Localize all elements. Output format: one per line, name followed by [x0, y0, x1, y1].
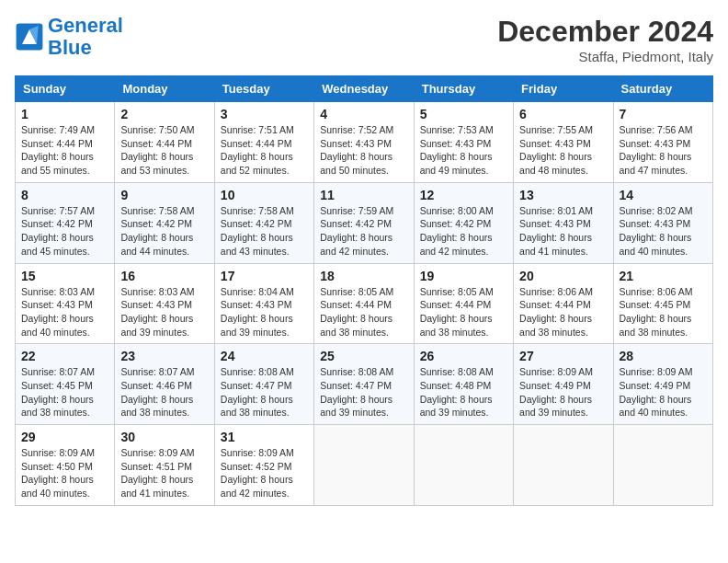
day-info: Sunrise: 8:09 AMSunset: 4:52 PMDaylight:…: [221, 446, 308, 500]
day-cell-26: 26Sunrise: 8:08 AMSunset: 4:48 PMDayligh…: [414, 344, 513, 425]
day-number: 12: [420, 188, 507, 202]
weekday-wednesday: Wednesday: [314, 76, 414, 102]
day-cell-18: 18Sunrise: 8:05 AMSunset: 4:44 PMDayligh…: [314, 263, 414, 344]
day-cell-25: 25Sunrise: 8:08 AMSunset: 4:47 PMDayligh…: [314, 344, 414, 425]
day-info: Sunrise: 7:55 AMSunset: 4:43 PMDaylight:…: [519, 123, 607, 178]
day-number: 28: [620, 349, 707, 363]
empty-cell: [514, 425, 613, 506]
day-info: Sunrise: 7:58 AMSunset: 4:42 PMDaylight:…: [120, 204, 208, 259]
week-row-4: 22Sunrise: 8:07 AMSunset: 4:45 PMDayligh…: [16, 344, 713, 425]
day-number: 27: [519, 349, 607, 363]
day-info: Sunrise: 8:09 AMSunset: 4:50 PMDaylight:…: [21, 446, 108, 500]
day-number: 24: [221, 349, 308, 363]
day-cell-15: 15Sunrise: 8:03 AMSunset: 4:43 PMDayligh…: [16, 263, 115, 344]
week-row-3: 15Sunrise: 8:03 AMSunset: 4:43 PMDayligh…: [16, 263, 713, 344]
day-info: Sunrise: 8:04 AMSunset: 4:43 PMDaylight:…: [221, 285, 308, 339]
day-info: Sunrise: 8:08 AMSunset: 4:47 PMDaylight:…: [221, 365, 308, 419]
day-number: 2: [120, 107, 208, 121]
day-number: 4: [320, 107, 407, 121]
day-cell-29: 29Sunrise: 8:09 AMSunset: 4:50 PMDayligh…: [16, 425, 115, 506]
day-info: Sunrise: 8:07 AMSunset: 4:46 PMDaylight:…: [120, 365, 208, 419]
day-info: Sunrise: 7:57 AMSunset: 4:42 PMDaylight:…: [21, 204, 108, 259]
day-cell-30: 30Sunrise: 8:09 AMSunset: 4:51 PMDayligh…: [115, 425, 214, 506]
day-info: Sunrise: 8:08 AMSunset: 4:48 PMDaylight:…: [420, 365, 507, 419]
weekday-tuesday: Tuesday: [214, 76, 313, 102]
day-number: 31: [221, 430, 308, 444]
day-number: 29: [21, 430, 108, 444]
day-number: 5: [420, 107, 507, 121]
day-info: Sunrise: 8:02 AMSunset: 4:43 PMDaylight:…: [620, 204, 707, 259]
day-cell-6: 6Sunrise: 7:55 AMSunset: 4:43 PMDaylight…: [514, 102, 613, 183]
day-info: Sunrise: 8:09 AMSunset: 4:49 PMDaylight:…: [620, 365, 707, 419]
day-cell-16: 16Sunrise: 8:03 AMSunset: 4:43 PMDayligh…: [115, 263, 214, 344]
day-number: 9: [120, 188, 208, 202]
day-number: 26: [420, 349, 507, 363]
day-info: Sunrise: 7:50 AMSunset: 4:44 PMDaylight:…: [120, 123, 208, 178]
logo-text: General Blue: [48, 15, 123, 59]
weekday-monday: Monday: [115, 76, 214, 102]
day-number: 13: [519, 188, 607, 202]
day-number: 19: [420, 269, 507, 283]
calendar-body: 1Sunrise: 7:49 AMSunset: 4:44 PMDaylight…: [16, 102, 713, 506]
day-info: Sunrise: 7:59 AMSunset: 4:42 PMDaylight:…: [320, 204, 407, 259]
day-number: 7: [620, 107, 707, 121]
day-number: 14: [620, 188, 707, 202]
day-number: 3: [221, 107, 308, 121]
day-number: 30: [120, 430, 208, 444]
day-cell-28: 28Sunrise: 8:09 AMSunset: 4:49 PMDayligh…: [613, 344, 712, 425]
day-number: 16: [120, 269, 208, 283]
day-number: 6: [519, 107, 607, 121]
day-cell-22: 22Sunrise: 8:07 AMSunset: 4:45 PMDayligh…: [16, 344, 115, 425]
day-number: 21: [620, 269, 707, 283]
day-cell-2: 2Sunrise: 7:50 AMSunset: 4:44 PMDaylight…: [115, 102, 214, 183]
day-cell-27: 27Sunrise: 8:09 AMSunset: 4:49 PMDayligh…: [514, 344, 613, 425]
weekday-saturday: Saturday: [613, 76, 712, 102]
location-subtitle: Staffa, Piedmont, Italy: [497, 49, 713, 64]
day-info: Sunrise: 8:03 AMSunset: 4:43 PMDaylight:…: [21, 285, 108, 339]
day-number: 23: [120, 349, 208, 363]
day-cell-21: 21Sunrise: 8:06 AMSunset: 4:45 PMDayligh…: [613, 263, 712, 344]
day-number: 8: [21, 188, 108, 202]
day-number: 15: [21, 269, 108, 283]
week-row-1: 1Sunrise: 7:49 AMSunset: 4:44 PMDaylight…: [16, 102, 713, 183]
day-number: 18: [320, 269, 407, 283]
day-cell-20: 20Sunrise: 8:06 AMSunset: 4:44 PMDayligh…: [514, 263, 613, 344]
day-info: Sunrise: 8:03 AMSunset: 4:43 PMDaylight:…: [120, 285, 208, 339]
day-info: Sunrise: 7:56 AMSunset: 4:43 PMDaylight:…: [620, 123, 707, 178]
logo: General Blue: [15, 15, 123, 59]
day-number: 11: [320, 188, 407, 202]
weekday-thursday: Thursday: [414, 76, 513, 102]
day-number: 10: [221, 188, 308, 202]
day-number: 25: [320, 349, 407, 363]
day-cell-3: 3Sunrise: 7:51 AMSunset: 4:44 PMDaylight…: [214, 102, 313, 183]
day-cell-23: 23Sunrise: 8:07 AMSunset: 4:46 PMDayligh…: [115, 344, 214, 425]
day-info: Sunrise: 8:09 AMSunset: 4:51 PMDaylight:…: [120, 446, 208, 500]
week-row-2: 8Sunrise: 7:57 AMSunset: 4:42 PMDaylight…: [16, 182, 713, 263]
weekday-header-row: SundayMondayTuesdayWednesdayThursdayFrid…: [16, 76, 713, 102]
day-cell-24: 24Sunrise: 8:08 AMSunset: 4:47 PMDayligh…: [214, 344, 313, 425]
day-number: 20: [519, 269, 607, 283]
day-number: 17: [221, 269, 308, 283]
month-title: December 2024: [497, 15, 713, 49]
day-cell-7: 7Sunrise: 7:56 AMSunset: 4:43 PMDaylight…: [613, 102, 712, 183]
day-info: Sunrise: 8:08 AMSunset: 4:47 PMDaylight:…: [320, 365, 407, 419]
week-row-5: 29Sunrise: 8:09 AMSunset: 4:50 PMDayligh…: [16, 425, 713, 506]
day-info: Sunrise: 7:52 AMSunset: 4:43 PMDaylight:…: [320, 123, 407, 178]
day-info: Sunrise: 8:06 AMSunset: 4:44 PMDaylight:…: [519, 285, 607, 339]
header: General Blue December 2024 Staffa, Piedm…: [15, 15, 713, 64]
day-info: Sunrise: 7:49 AMSunset: 4:44 PMDaylight:…: [21, 123, 108, 178]
day-info: Sunrise: 8:00 AMSunset: 4:42 PMDaylight:…: [420, 204, 507, 259]
day-info: Sunrise: 8:09 AMSunset: 4:49 PMDaylight:…: [519, 365, 607, 419]
day-number: 22: [21, 349, 108, 363]
day-cell-8: 8Sunrise: 7:57 AMSunset: 4:42 PMDaylight…: [16, 182, 115, 263]
day-cell-19: 19Sunrise: 8:05 AMSunset: 4:44 PMDayligh…: [414, 263, 513, 344]
logo-icon: [15, 22, 44, 52]
day-cell-10: 10Sunrise: 7:58 AMSunset: 4:42 PMDayligh…: [214, 182, 313, 263]
day-cell-13: 13Sunrise: 8:01 AMSunset: 4:43 PMDayligh…: [514, 182, 613, 263]
day-info: Sunrise: 8:05 AMSunset: 4:44 PMDaylight:…: [420, 285, 507, 339]
day-info: Sunrise: 8:05 AMSunset: 4:44 PMDaylight:…: [320, 285, 407, 339]
day-number: 1: [21, 107, 108, 121]
day-info: Sunrise: 7:51 AMSunset: 4:44 PMDaylight:…: [221, 123, 308, 178]
title-area: December 2024 Staffa, Piedmont, Italy: [497, 15, 713, 64]
calendar: SundayMondayTuesdayWednesdayThursdayFrid…: [15, 75, 713, 506]
